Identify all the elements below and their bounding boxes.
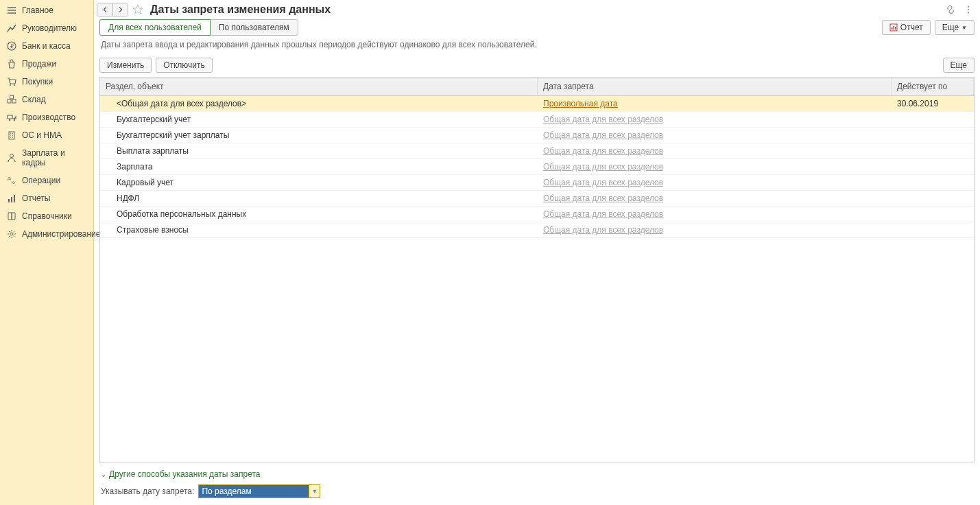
sidebar-item-10[interactable]: Отчеты [0, 189, 93, 207]
svg-text:₽: ₽ [10, 43, 14, 49]
svg-point-10 [10, 154, 14, 158]
chevron-down-icon: ⌄ [101, 471, 106, 478]
svg-text:Кт: Кт [12, 180, 16, 185]
sidebar-item-5[interactable]: Склад [0, 91, 93, 108]
table-row[interactable]: Бухгалтерский учетОбщая дата для всех ра… [100, 112, 974, 128]
date-link[interactable]: Общая дата для всех разделов [543, 162, 663, 172]
tabs-row: Для всех пользователейПо пользователям О… [94, 19, 980, 36]
table-row[interactable]: <Общая дата для всех разделов>Произвольн… [100, 96, 974, 112]
sidebar-item-11[interactable]: Справочники [0, 207, 93, 225]
select-input[interactable] [199, 485, 309, 497]
table-row[interactable]: Бухгалтерский учет зарплатыОбщая дата дл… [100, 128, 974, 143]
date-link[interactable]: Общая дата для всех разделов [543, 178, 663, 187]
cell-section: Бухгалтерский учет [100, 112, 538, 127]
svg-rect-15 [14, 195, 15, 202]
svg-rect-22 [893, 26, 894, 30]
svg-point-18 [968, 9, 969, 10]
expand-other-methods[interactable]: ⌄ Другие способы указания даты запрета [101, 467, 973, 482]
bag-icon [7, 59, 16, 69]
select-dropdown-button[interactable]: ▼ [309, 485, 320, 497]
book-icon [7, 211, 16, 221]
sidebar-item-1[interactable]: Руководителю [0, 19, 93, 37]
table-row[interactable]: Выплата зарплатыОбщая дата для всех разд… [100, 143, 974, 159]
table-row[interactable]: ЗарплатаОбщая дата для всех разделов [100, 159, 974, 175]
table-row[interactable]: Кадровый учетОбщая дата для всех раздело… [100, 175, 974, 191]
back-button[interactable] [97, 3, 112, 16]
table-row[interactable]: НДФЛОбщая дата для всех разделов [100, 191, 974, 207]
sidebar-item-label: Главное [22, 5, 53, 15]
report-icon [889, 23, 898, 32]
report-button[interactable]: Отчет [882, 20, 931, 35]
svg-rect-6 [10, 95, 14, 99]
date-link[interactable]: Общая дата для всех разделов [543, 130, 663, 140]
sidebar-item-label: Справочники [22, 211, 72, 221]
more-icon[interactable] [962, 3, 975, 16]
cell-date: Произвольная дата [538, 96, 892, 111]
cart-icon [7, 77, 16, 86]
sidebar-item-8[interactable]: Зарплата и кадры [0, 144, 93, 172]
sidebar-item-9[interactable]: ДтКтОперации [0, 172, 93, 189]
form-row: Указывать дату запрета: ▼ [101, 484, 973, 498]
sidebar-item-3[interactable]: Продажи [0, 55, 93, 73]
svg-rect-21 [892, 27, 893, 30]
sidebar-item-0[interactable]: Главное [0, 1, 93, 19]
date-link[interactable]: Произвольная дата [543, 99, 618, 108]
forward-button[interactable] [112, 3, 128, 16]
cell-date: Общая дата для всех разделов [538, 222, 892, 237]
table: Раздел, объект Дата запрета Действует по… [99, 77, 975, 462]
tab-1[interactable]: По пользователям [210, 19, 298, 36]
ops-icon: ДтКт [7, 176, 16, 185]
link-icon[interactable] [944, 3, 957, 16]
report-label: Отчет [900, 23, 923, 32]
cell-section: Страховые взносы [100, 222, 538, 237]
disable-button[interactable]: Отключить [156, 58, 213, 73]
table-row[interactable]: Страховые взносыОбщая дата для всех разд… [100, 222, 974, 238]
svg-point-16 [10, 233, 13, 235]
cell-effective [892, 148, 974, 154]
date-link[interactable]: Общая дата для всех разделов [543, 225, 663, 235]
main-content: Даты запрета изменения данных Для всех п… [94, 0, 980, 505]
col-date[interactable]: Дата запрета [538, 78, 892, 95]
cell-effective: 30.06.2019 [892, 96, 974, 111]
sidebar-item-label: Операции [22, 176, 60, 185]
tab-0[interactable]: Для всех пользователей [99, 19, 211, 36]
date-link[interactable]: Общая дата для всех разделов [543, 115, 663, 124]
cell-section: Обработка персональных данных [100, 207, 538, 222]
sidebar: ГлавноеРуководителю₽Банк и кассаПродажиП… [0, 0, 94, 505]
svg-point-19 [968, 12, 969, 13]
edit-button[interactable]: Изменить [99, 58, 152, 73]
sidebar-item-label: Продажи [22, 59, 56, 69]
more-button[interactable]: Еще ▼ [935, 20, 975, 35]
favorite-button[interactable] [131, 3, 145, 16]
col-effective[interactable]: Действует по [892, 78, 974, 95]
sidebar-item-2[interactable]: ₽Банк и касса [0, 37, 93, 55]
cell-effective [892, 164, 974, 169]
cell-section: Бухгалтерский учет зарплаты [100, 128, 538, 143]
table-header: Раздел, объект Дата запрета Действует по [100, 78, 974, 96]
toolbar: Изменить Отключить Еще [94, 54, 980, 77]
toolbar-more-button[interactable]: Еще [943, 58, 975, 73]
ruble-icon: ₽ [7, 41, 16, 51]
table-row[interactable]: Обработка персональных данныхОбщая дата … [100, 207, 974, 222]
cell-effective [892, 132, 974, 138]
date-link[interactable]: Общая дата для всех разделов [543, 193, 663, 203]
sidebar-item-7[interactable]: ОС и НМА [0, 126, 93, 144]
svg-rect-5 [12, 99, 16, 103]
sidebar-item-6[interactable]: Производство [0, 108, 93, 126]
cell-date: Общая дата для всех разделов [538, 207, 892, 222]
sidebar-item-12[interactable]: Администрирование [0, 225, 93, 243]
cell-section: Зарплата [100, 159, 538, 174]
date-link[interactable]: Общая дата для всех разделов [543, 209, 663, 219]
cell-date: Общая дата для всех разделов [538, 143, 892, 158]
sidebar-item-label: ОС и НМА [22, 130, 62, 140]
sidebar-item-4[interactable]: Покупки [0, 73, 93, 91]
sidebar-item-label: Отчеты [22, 193, 50, 203]
svg-rect-13 [8, 199, 10, 202]
bars-icon [7, 193, 16, 203]
date-link[interactable]: Общая дата для всех разделов [543, 146, 663, 156]
col-section[interactable]: Раздел, объект [100, 78, 538, 95]
nav-buttons [97, 3, 128, 16]
cell-effective [892, 227, 974, 233]
date-mode-select[interactable]: ▼ [198, 484, 320, 498]
boxes-icon [7, 95, 16, 104]
